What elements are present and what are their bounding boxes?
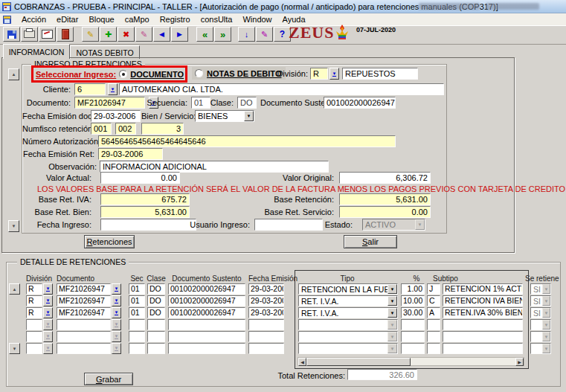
division-label: División: (245, 68, 308, 79)
salir-button[interactable]: Salir (344, 235, 397, 248)
menu-editar[interactable]: eDitar (57, 15, 78, 24)
cell-sustento: 001002000026947 (168, 295, 245, 306)
enter-query-button[interactable]: ✎ (256, 27, 273, 42)
scroll-right-icon[interactable]: ▶ (515, 358, 524, 366)
chevron-down-icon: ▼ (542, 284, 550, 294)
base-warning-text: LOS VALORES BASE PARA LA RETENCIÓN SERÁ … (37, 184, 435, 193)
grabar-button[interactable]: Grabar (84, 373, 133, 385)
clase-label: Clase: (205, 97, 234, 108)
next-block-button[interactable]: » (214, 27, 231, 42)
cliente-lov-button[interactable]: ▼ (108, 83, 118, 95)
header-fecha-emision: Fecha Emisión (248, 275, 284, 283)
save-icon (7, 30, 16, 39)
cell-sec: 01 (129, 295, 145, 306)
update-record-button[interactable]: ✎ (135, 27, 152, 42)
menu-accion[interactable]: Acción (22, 15, 46, 24)
title-bar: COBRANZAS - PRUEBA - PRINCIPAL - TALLER … (0, 0, 566, 13)
observacion-field[interactable]: INFORMACION ADICIONAL (100, 161, 329, 173)
clear-form-button[interactable]: ✎ (82, 27, 99, 42)
base-retencion-field[interactable]: 5,631.00 (339, 193, 431, 205)
app-icon-small (3, 16, 11, 24)
base-ret-bien-field[interactable]: 5,631.00 (100, 206, 190, 218)
division-lov-button[interactable]: ▼ (329, 68, 339, 80)
numfisco-field-2[interactable]: 002 (115, 123, 136, 135)
cell-fecha (248, 331, 284, 342)
cell-division[interactable] (26, 343, 42, 354)
estado-select: ACTIVO▼ (362, 219, 425, 231)
cliente-code-field[interactable]: 6 (74, 83, 106, 95)
tab-informacion[interactable]: INFORMACION (3, 44, 70, 59)
retenciones-button[interactable]: Retenciones (84, 235, 135, 248)
documento-lov-button[interactable]: ▼ (112, 283, 121, 295)
division-lov-button[interactable]: ▼ (43, 307, 53, 318)
cell-documento[interactable] (57, 331, 111, 342)
scroll-left-icon[interactable]: ◀ (298, 358, 306, 366)
run-report-button[interactable] (39, 27, 56, 42)
cell-division[interactable]: R (26, 295, 42, 306)
previous-block-button[interactable]: « (196, 27, 213, 42)
division-lov-button[interactable]: ▼ (43, 283, 53, 295)
chevron-down-icon[interactable]: ▼ (244, 111, 254, 121)
cell-division[interactable] (26, 319, 42, 330)
menu-campo[interactable]: caMpo (125, 15, 149, 24)
execute-query-button[interactable]: ↓ (238, 27, 255, 42)
fecha-ingreso-label: Fecha Ingreso: (22, 219, 91, 230)
base-ret-servicio-label: Base Ret. Servicio: (253, 207, 334, 217)
exit-button[interactable] (57, 27, 74, 42)
secuencia-label: Secuencia: (134, 97, 187, 108)
next-block-icon: » (220, 30, 225, 39)
chevron-down-icon: ▼ (542, 320, 550, 330)
detail-scroll-up-button[interactable]: ▲ (9, 283, 20, 295)
cell-se-retiene-select: ▼ (530, 319, 551, 330)
cell-documento[interactable] (57, 319, 111, 330)
cell-documento[interactable]: MF21026947 (57, 283, 111, 295)
cell-documento[interactable]: MF21026947 (57, 295, 111, 306)
header-se-retiene: Se retiene (525, 275, 558, 283)
documento-lov-button[interactable]: ▼ (112, 295, 121, 306)
insert-record-button[interactable]: ✚ (100, 27, 117, 42)
cell-documento[interactable] (57, 343, 111, 354)
fecha-emision-doc-field[interactable]: 29-03-2006 (91, 110, 141, 122)
scroll-down-button[interactable]: ▼ (8, 220, 19, 232)
cell-se-retiene-select: SI▼ (530, 307, 551, 318)
menu-window[interactable]: Window (242, 15, 271, 24)
division-lov-button[interactable]: ▼ (43, 295, 53, 306)
division-lov-button: ▼ (43, 331, 53, 342)
cell-division[interactable]: R (26, 283, 42, 295)
detail-scroll-down-button[interactable]: ▼ (9, 343, 20, 354)
cliente-label: Cliente: (22, 84, 71, 94)
cell-division[interactable]: R (26, 307, 42, 318)
base-ret-iva-field[interactable]: 675.72 (100, 193, 190, 205)
cell-sustento (168, 343, 245, 354)
scrollbar-thumb[interactable] (306, 358, 411, 366)
menu-consulta[interactable]: consUlta (201, 15, 233, 24)
base-ret-servicio-field[interactable]: 0.00 (339, 206, 431, 218)
numfisco-field-3[interactable]: 3 (141, 123, 184, 135)
cell-division[interactable] (26, 331, 42, 342)
division-code-field[interactable]: R (310, 68, 328, 80)
menu-bloque[interactable]: Bloque (89, 15, 114, 24)
fecha-emision-ret-field[interactable]: 29-03-2006 (98, 148, 163, 160)
numfisco-field-1[interactable]: 001 (91, 123, 112, 135)
radio-documento-label[interactable]: DOCUMENTO (130, 70, 184, 79)
estado-value: ACTIVO (365, 220, 396, 229)
previous-record-button[interactable]: ◀ (153, 27, 170, 42)
cell-clase: DO (147, 307, 165, 318)
radio-documento[interactable] (119, 70, 127, 78)
radio-notas-debito[interactable] (195, 69, 203, 77)
application-window: COBRANZAS - PRUEBA - PRINCIPAL - TALLER … (0, 0, 566, 392)
scroll-up-button[interactable]: ▲ (8, 68, 19, 80)
bien-servicio-select[interactable]: BIENES▼ (195, 110, 254, 122)
horizontal-scrollbar[interactable]: ◀ ▶ (298, 357, 524, 366)
fecha-emision-ret-label: Fecha Emisión Ret: (22, 149, 94, 159)
total-retenciones-field: 326.60 (347, 369, 417, 380)
save-button[interactable] (3, 27, 20, 42)
tab-informacion-label: INFORMACION (9, 48, 65, 57)
cell-documento[interactable]: MF21026947 (57, 307, 111, 318)
print-button[interactable] (21, 27, 38, 42)
next-record-button[interactable]: ▶ (171, 27, 188, 42)
documento-lov-button[interactable]: ▼ (112, 307, 121, 318)
delete-record-button[interactable]: ✖ (118, 27, 135, 42)
menu-registro[interactable]: Registro (160, 15, 190, 24)
numero-autorizacion-field[interactable]: 56456465456465464645646 (98, 135, 396, 147)
